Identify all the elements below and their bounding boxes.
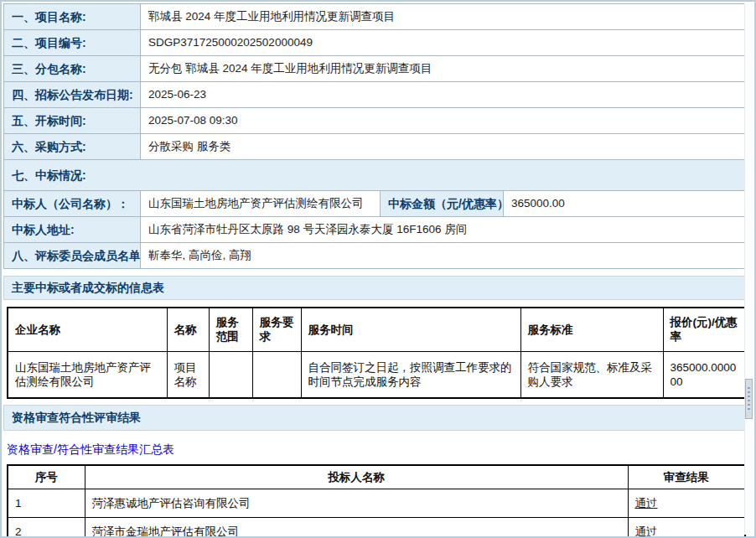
cell-service-standard: 符合国家规范、标准及采购人要求 [520, 351, 663, 398]
table-row: 五、开标时间: 2025-07-08 09:30 [4, 108, 746, 134]
field-value: 分散采购 服务类 [141, 134, 746, 160]
field-label: 八、评标委员会成员名单: [4, 243, 141, 269]
cell-service-requirement [252, 351, 301, 398]
field-label: 中标人（公司名称）： [4, 191, 141, 217]
table-row: 1 菏泽惠诚地产评估咨询有限公司 通过 [8, 489, 745, 518]
page-content: 一、项目名称: 郓城县 2024 年度工业用地利用情况更新调查项目 二、项目编号… [3, 3, 746, 538]
cell-index: 2 [8, 518, 85, 538]
project-info-table: 一、项目名称: 郓城县 2024 年度工业用地利用情况更新调查项目 二、项目编号… [3, 3, 746, 269]
bid-result-page: 一、项目名称: 郓城县 2024 年度工业用地利用情况更新调查项目 二、项目编号… [0, 0, 756, 538]
column-header: 服务标准 [520, 308, 663, 351]
field-label: 五、开标时间: [4, 108, 141, 134]
field-label: 中标金额（元/优惠率）： [381, 191, 504, 217]
field-label: 中标人地址: [4, 217, 141, 243]
field-label: 一、项目名称: [4, 4, 141, 30]
cell-bidder-name: 菏泽惠诚地产评估咨询有限公司 [85, 489, 628, 518]
cell-review-result: 通过 [628, 518, 745, 538]
field-value: 2025-06-23 [141, 82, 746, 108]
table-row-committee: 八、评标委员会成员名单: 靳奉华, 高尚俭, 高翔 [4, 243, 746, 269]
table-header-row: 企业名称 名称 服务范围 服务要求 服务时间 服务标准 报价(元)/优惠率 [8, 308, 745, 351]
section-title-qualification: 资格审查符合性评审结果 [3, 405, 746, 431]
table-row: 山东国瑞土地房地产资产评估测绘有限公司 项目名称 自合同签订之日起，按照调查工作… [8, 351, 745, 398]
column-header: 审查结果 [628, 465, 745, 489]
column-header: 服务范围 [209, 308, 252, 351]
cell-company: 山东国瑞土地房地产资产评估测绘有限公司 [8, 351, 167, 398]
field-label: 六、采购方式: [4, 134, 141, 160]
table-header-row: 序号 投标人名称 审查结果 [8, 465, 745, 489]
cell-name: 项目名称 [167, 351, 209, 398]
vertical-scrollbar[interactable] [744, 3, 753, 535]
review-result-link[interactable]: 通过 [635, 497, 658, 510]
field-label: 三、分包名称: [4, 56, 141, 82]
field-value: 靳奉华, 高尚俭, 高翔 [141, 243, 746, 269]
field-label: 二、项目编号: [4, 30, 141, 56]
qualification-summary-link[interactable]: 资格审查/符合性审查结果汇总表 [7, 442, 174, 456]
field-value: 郓城县 2024 年度工业用地利用情况更新调查项目 [141, 4, 746, 30]
field-value: SDGP371725000202502000049 [141, 30, 746, 56]
cell-review-result: 通过 [628, 489, 745, 518]
field-value: 365000.00 [504, 191, 746, 217]
table-row-address: 中标人地址: 山东省菏泽市牡丹区太原路 98 号天泽园永泰大厦 16F1606 … [4, 217, 746, 243]
table-row: 二、项目编号: SDGP371725000202502000049 [4, 30, 746, 56]
column-header: 投标人名称 [85, 465, 628, 489]
cell-service-scope [209, 351, 252, 398]
field-value: 无分包 郓城县 2024 年度工业用地利用情况更新调查项目 [141, 56, 746, 82]
table-row: 2 菏泽市金瑞地产评估有限公司 通过 [8, 518, 745, 538]
column-header: 企业名称 [8, 308, 167, 351]
cell-service-time: 自合同签订之日起，按照调查工作要求的时间节点完成服务内容 [301, 351, 520, 398]
review-result-link[interactable]: 通过 [635, 525, 658, 538]
field-value: 2025-07-08 09:30 [141, 108, 746, 134]
table-row: 一、项目名称: 郓城县 2024 年度工业用地利用情况更新调查项目 [4, 4, 746, 30]
column-header: 名称 [167, 308, 209, 351]
cell-price: 365000.000000 [663, 351, 745, 398]
award-info-table: 企业名称 名称 服务范围 服务要求 服务时间 服务标准 报价(元)/优惠率 山东… [7, 307, 746, 399]
section-award-status-label: 七、中标情况: [4, 160, 746, 191]
column-header: 序号 [8, 465, 85, 489]
section-title-award-info: 主要中标或者成交标的信息表 [3, 276, 746, 300]
column-header: 服务时间 [301, 308, 520, 351]
field-value: 山东省菏泽市牡丹区太原路 98 号天泽园永泰大厦 16F1606 房间 [141, 217, 746, 243]
qualification-result-table: 序号 投标人名称 审查结果 1 菏泽惠诚地产评估咨询有限公司 通过 2 菏泽市金… [7, 464, 746, 538]
table-row-winner: 中标人（公司名称）： 山东国瑞土地房地产资产评估测绘有限公司 中标金额（元/优惠… [4, 191, 746, 217]
scrollbar-thumb[interactable] [745, 379, 753, 419]
cell-bidder-name: 菏泽市金瑞地产评估有限公司 [85, 518, 628, 538]
table-row: 三、分包名称: 无分包 郓城县 2024 年度工业用地利用情况更新调查项目 [4, 56, 746, 82]
table-row: 六、采购方式: 分散采购 服务类 [4, 134, 746, 160]
summary-link-row: 资格审查/符合性审查结果汇总表 [7, 442, 746, 458]
table-row: 四、招标公告发布日期: 2025-06-23 [4, 82, 746, 108]
column-header: 服务要求 [252, 308, 301, 351]
field-value: 山东国瑞土地房地产资产评估测绘有限公司 [141, 191, 381, 217]
cell-index: 1 [8, 489, 85, 518]
field-label: 四、招标公告发布日期: [4, 82, 141, 108]
section-row-award-status: 七、中标情况: [4, 160, 746, 191]
column-header: 报价(元)/优惠率 [663, 308, 745, 351]
